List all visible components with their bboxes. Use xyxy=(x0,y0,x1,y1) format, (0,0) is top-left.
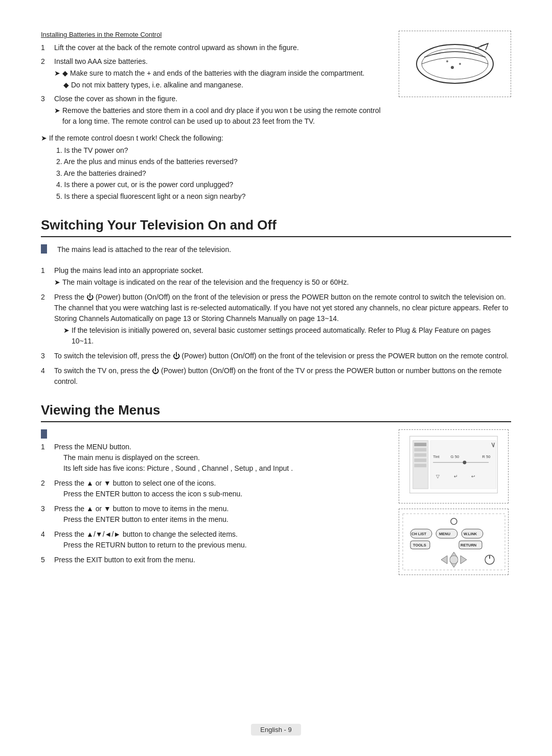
svg-point-4 xyxy=(459,63,461,65)
viewing-left-col: 1 Press the MENU button. The main menu i… xyxy=(41,429,383,575)
view-num-1: 1 xyxy=(41,442,54,474)
remote-image-area xyxy=(399,31,511,202)
battery-step-1: 1 Lift the cover at the back of the remo… xyxy=(41,42,383,53)
arrow-sw2: ➤ xyxy=(63,325,70,347)
view-num-2: 2 xyxy=(41,478,54,499)
svg-text:↩: ↩ xyxy=(471,473,475,479)
step-num-2: 2 xyxy=(41,56,54,90)
step-num-1: 1 xyxy=(41,42,54,53)
svg-text:TOOLS: TOOLS xyxy=(413,543,426,547)
svg-text:W.LINK: W.LINK xyxy=(464,532,477,536)
check-item-2: 2. Are the plus and minus ends of the ba… xyxy=(56,156,383,167)
viewing-section: Viewing the Menus 1 Press the MENU butto… xyxy=(41,402,511,575)
switch-num-3: 3 xyxy=(41,351,54,361)
svg-rect-12 xyxy=(414,464,426,467)
switch-num-1: 1 xyxy=(41,265,54,288)
view-step1-sub2: Its left side has five icons: Picture , … xyxy=(63,463,383,474)
switch-step-3: 3 To switch the television off, press th… xyxy=(41,351,511,361)
view-step2-sub: Press the ENTER button to access the ico… xyxy=(63,489,383,499)
view-text-2: Press the ▲ or ▼ button to select one of… xyxy=(54,478,383,499)
check-item-5: 5. Is there a special fluorescent light … xyxy=(56,191,383,202)
view-step3-sub: Press the ENTER button to enter items in… xyxy=(63,514,383,525)
svg-point-0 xyxy=(417,44,493,83)
svg-point-5 xyxy=(446,60,448,62)
switch-num-4: 4 xyxy=(41,365,54,387)
view-step-3: 3 Press the ▲ or ▼ button to move to ite… xyxy=(41,503,383,525)
check-arrow: ➤ xyxy=(41,133,47,144)
remote-illustration xyxy=(409,36,501,92)
view-step-5: 5 Press the EXIT button to exit from the… xyxy=(41,555,383,565)
switch-text-4: To switch the TV on, press the ⏻ (Power)… xyxy=(54,365,511,387)
step-text-1: Lift the cover at the back of the remote… xyxy=(54,42,383,53)
check-note: ➤ If the remote control doesn t work! Ch… xyxy=(41,133,383,202)
svg-rect-11 xyxy=(414,459,426,462)
battery-step-2: 2 Install two AAA size batteries. ➤ ◆ Ma… xyxy=(41,56,383,90)
viewing-right-col: Tint G 50 R 50 ▽ ↵ ↩ xyxy=(399,429,511,575)
view-num-5: 5 xyxy=(41,555,54,565)
svg-text:Tint: Tint xyxy=(433,454,440,459)
svg-point-25 xyxy=(451,518,457,524)
view-step-2: 2 Press the ▲ or ▼ button to select one … xyxy=(41,478,383,499)
svg-marker-38 xyxy=(441,556,447,564)
arrow-sym: ➤ xyxy=(54,68,60,79)
viewing-marker-row xyxy=(41,429,383,439)
battery-step-3: 3 Close the cover as shown in the figure… xyxy=(41,94,383,127)
check-item-1: 1. Is the TV power on? xyxy=(56,145,383,156)
svg-rect-8 xyxy=(414,443,426,446)
viewing-content: 1 Press the MENU button. The main menu i… xyxy=(41,429,511,575)
step-num-3: 3 xyxy=(41,94,54,127)
switching-heading: Switching Your Television On and Off xyxy=(41,217,511,237)
switch-step-1: 1 Plug the mains lead into an appropriat… xyxy=(41,265,511,288)
svg-text:G 50: G 50 xyxy=(451,454,459,459)
view-text-5: Press the EXIT button to exit from the m… xyxy=(54,555,383,565)
switch-step-4: 4 To switch the TV on, press the ⏻ (Powe… xyxy=(41,365,511,387)
svg-rect-10 xyxy=(414,453,426,457)
switch-text-3: To switch the television off, press the … xyxy=(54,351,511,361)
diamond1: ◆ xyxy=(62,68,68,79)
switching-section: Switching Your Television On and Off The… xyxy=(41,217,511,387)
svg-text:MENU: MENU xyxy=(439,532,450,536)
diamond2: ◆ xyxy=(63,80,69,90)
svg-point-3 xyxy=(451,66,454,69)
check-item-3: 3. Are the batteries drained? xyxy=(56,168,383,179)
view-step-4: 4 Press the ▲/▼/◄/► button to change the… xyxy=(41,529,383,551)
switching-steps: 1 Plug the mains lead into an appropriat… xyxy=(41,265,511,387)
check-item-4: 4. Is there a power cut, or is the power… xyxy=(56,179,383,190)
view-step4-sub: Press the RETURN button to return to the… xyxy=(63,540,383,551)
page: Installing Batteries in the Remote Contr… xyxy=(0,0,552,756)
step2-sub2: ◆ Do not mix battery types, i.e. alkalin… xyxy=(63,80,383,90)
blue-marker-1 xyxy=(41,244,47,254)
step-text-3: Close the cover as shown in the figure. … xyxy=(54,94,383,127)
view-num-3: 3 xyxy=(41,503,54,525)
svg-text:▽: ▽ xyxy=(436,473,440,479)
check-intro: ➤ If the remote control doesn t work! Ch… xyxy=(41,133,383,144)
svg-point-1 xyxy=(422,49,488,79)
step-text-2: Install two AAA size batteries. ➤ ◆ Make… xyxy=(54,56,383,90)
view-text-3: Press the ▲ or ▼ button to move to items… xyxy=(54,503,383,525)
menu-screen-svg: Tint G 50 R 50 ▽ ↵ ↩ xyxy=(403,434,504,495)
remote-buttons-box: CH LIST MENU W.LINK TOOLS RETURN xyxy=(399,509,509,575)
remote-buttons-svg: CH LIST MENU W.LINK TOOLS RETURN xyxy=(400,511,508,572)
view-step-1: 1 Press the MENU button. The main menu i… xyxy=(41,442,383,474)
switching-intro: The mains lead is attached to the rear o… xyxy=(57,244,231,255)
view-step1-sub1: The main menu is displayed on the screen… xyxy=(63,452,383,463)
batteries-subtitle: Installing Batteries in the Remote Contr… xyxy=(41,31,383,38)
svg-text:CH LIST: CH LIST xyxy=(411,532,427,536)
switch-num-2: 2 xyxy=(41,292,54,347)
batteries-content: Installing Batteries in the Remote Contr… xyxy=(41,31,383,202)
svg-marker-39 xyxy=(461,556,467,564)
arrow-sw1: ➤ xyxy=(54,277,60,288)
viewing-heading: Viewing the Menus xyxy=(41,402,511,422)
view-text-4: Press the ▲/▼/◄/► button to change the s… xyxy=(54,529,383,551)
svg-point-17 xyxy=(463,461,467,464)
batteries-section: Installing Batteries in the Remote Contr… xyxy=(41,31,511,202)
arrow-sym2: ➤ xyxy=(54,105,60,127)
page-label: English - 9 xyxy=(251,724,301,736)
svg-text:R 50: R 50 xyxy=(482,454,490,459)
svg-point-40 xyxy=(450,556,458,564)
switch-text-2: Press the ⏻ (Power) button (On/Off) on t… xyxy=(54,292,511,347)
menu-screen-box: Tint G 50 R 50 ▽ ↵ ↩ xyxy=(399,429,509,503)
switching-intro-row: The mains lead is attached to the rear o… xyxy=(41,244,511,260)
view-num-4: 4 xyxy=(41,529,54,551)
svg-rect-13 xyxy=(430,441,496,489)
